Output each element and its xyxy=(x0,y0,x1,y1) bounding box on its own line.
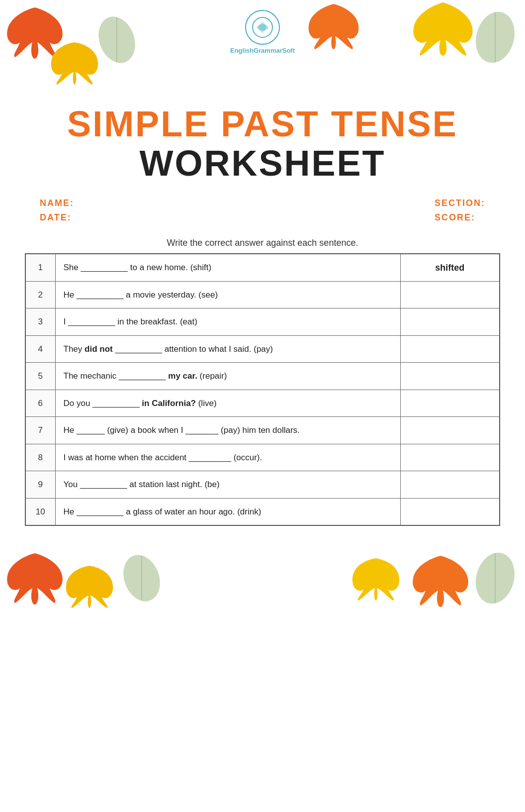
meta-section: NAME: DATE: SECTION: SCORE: xyxy=(0,183,525,228)
row-number: 5 xyxy=(25,363,55,390)
leaf-bottom-left-1 xyxy=(5,551,65,606)
meta-left: NAME: DATE: xyxy=(40,198,74,223)
row-sentence: She __________ to a new home. (shift) xyxy=(55,254,400,281)
row-answer xyxy=(400,471,500,499)
logo-text: EnglishGrammarSoft xyxy=(0,47,525,54)
row-answer xyxy=(400,335,500,363)
table-row: 2He __________ a movie yesterday. (see) xyxy=(25,281,500,308)
main-title: SIMPLE PAST TENSE WORKSHEET xyxy=(0,104,525,183)
row-number: 6 xyxy=(25,390,55,417)
row-number: 2 xyxy=(25,281,55,308)
title-line2: WORKSHEET xyxy=(0,144,525,183)
instructions: Write the correct answer against each se… xyxy=(0,238,525,248)
row-sentence: The mechanic __________ my car. (repair) xyxy=(55,363,400,390)
row-number: 1 xyxy=(25,254,55,281)
row-answer xyxy=(400,390,500,417)
title-line1: SIMPLE PAST TENSE xyxy=(0,104,525,144)
row-number: 7 xyxy=(25,417,55,444)
top-decoration: EnglishGrammarSoft xyxy=(0,0,525,100)
row-sentence: I was at home when the accident ________… xyxy=(55,444,400,471)
score-label: SCORE: xyxy=(435,212,485,223)
row-number: 4 xyxy=(25,335,55,363)
table-row: 10He __________ a glass of water an hour… xyxy=(25,498,500,525)
worksheet-table: 1She __________ to a new home. (shift)sh… xyxy=(25,253,500,526)
logo-icon xyxy=(252,16,274,39)
row-sentence: They did not __________ attention to wha… xyxy=(55,335,400,363)
row-answer xyxy=(400,498,500,525)
row-answer xyxy=(400,281,500,308)
row-sentence: He __________ a glass of water an hour a… xyxy=(55,498,400,525)
leaf-bottom-right-1 xyxy=(411,553,470,608)
table-row: 7He ______ (give) a book when I _______ … xyxy=(25,417,500,444)
row-sentence: He ______ (give) a book when I _______ (… xyxy=(55,417,400,444)
table-row: 9You __________ at station last night. (… xyxy=(25,471,500,499)
name-label: NAME: xyxy=(40,198,74,208)
table-row: 5The mechanic __________ my car. (repair… xyxy=(25,363,500,390)
table-row: 8I was at home when the accident _______… xyxy=(25,444,500,471)
row-answer: shifted xyxy=(400,254,500,281)
row-answer xyxy=(400,444,500,471)
row-number: 8 xyxy=(25,444,55,471)
leaf-bottom-left-2 xyxy=(65,563,114,608)
bottom-decoration xyxy=(0,531,525,610)
meta-right: SECTION: SCORE: xyxy=(435,198,485,223)
logo-area: EnglishGrammarSoft xyxy=(0,0,525,54)
row-number: 3 xyxy=(25,308,55,336)
row-number: 9 xyxy=(25,471,55,499)
row-sentence: Do you __________ in California? (live) xyxy=(55,390,400,417)
row-answer xyxy=(400,417,500,444)
leaf-bottom-right-2 xyxy=(351,556,401,601)
row-number: 10 xyxy=(25,498,55,525)
leaf-bottom-left-3 xyxy=(119,553,164,603)
row-answer xyxy=(400,363,500,390)
date-label: DATE: xyxy=(40,212,74,223)
page: EnglishGrammarSoft SIMPLE PAST TENSE WOR… xyxy=(0,0,525,812)
row-sentence: He __________ a movie yesterday. (see) xyxy=(55,281,400,308)
table-row: 4They did not __________ attention to wh… xyxy=(25,335,500,363)
row-answer xyxy=(400,308,500,336)
table-row: 1She __________ to a new home. (shift)sh… xyxy=(25,254,500,281)
section-label: SECTION: xyxy=(435,198,485,208)
table-row: 6Do you __________ in California? (live) xyxy=(25,390,500,417)
leaf-bottom-right-3 xyxy=(470,551,520,606)
row-sentence: I __________ in the breakfast. (eat) xyxy=(55,308,400,336)
logo-circle xyxy=(245,10,280,45)
row-sentence: You __________ at station last night. (b… xyxy=(55,471,400,499)
table-row: 3I __________ in the breakfast. (eat) xyxy=(25,308,500,336)
